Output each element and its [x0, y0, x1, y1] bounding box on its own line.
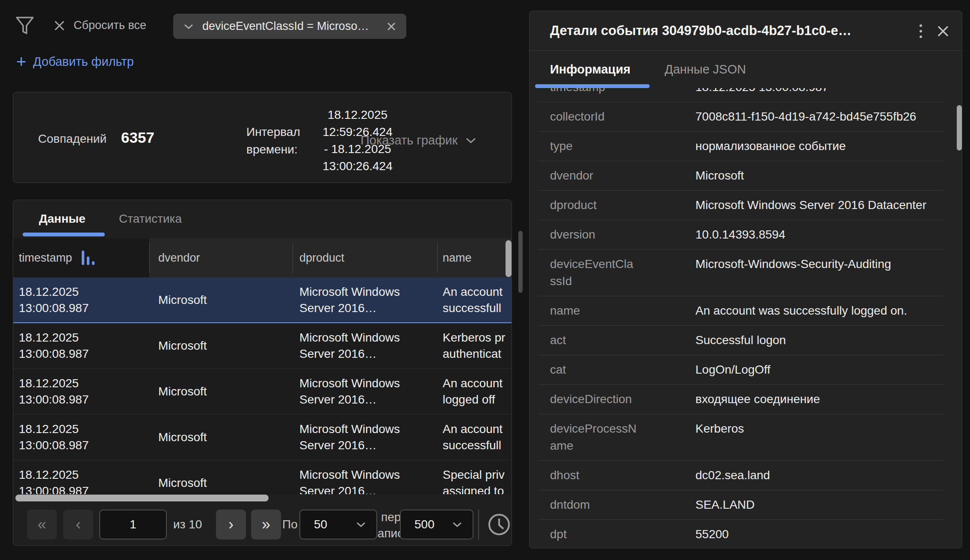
page-count-label: из 10	[173, 518, 202, 531]
column-header-dvendor[interactable]: dvendor	[158, 238, 200, 277]
column-header-name[interactable]: name	[443, 238, 472, 277]
chevron-down-icon	[465, 137, 476, 144]
cell-name: An account successfull	[443, 415, 512, 460]
page-size-select[interactable]: 50	[299, 510, 377, 539]
close-icon	[54, 20, 65, 31]
cell-name: Kerberos pr authenticat	[443, 323, 512, 368]
divider	[478, 510, 479, 539]
cell-dproduct: Microsoft Windows Server 2016…	[299, 369, 437, 414]
details-scrollbar-thumb[interactable]	[957, 105, 962, 150]
cell-dproduct: Microsoft Windows Server 2016…	[299, 460, 437, 494]
cell-name: Special priv assigned to	[443, 460, 512, 494]
details-value: Kerberos	[695, 420, 943, 454]
details-key: dvendor	[550, 167, 638, 184]
interval-label: Интервал времени:	[246, 123, 300, 158]
show-chart-label: Показать график	[361, 133, 458, 147]
details-value: Microsoft	[695, 167, 943, 184]
tab-data[interactable]: Данные	[39, 212, 86, 226]
filter-chip-label: deviceEventClassId = Microso…	[202, 20, 378, 33]
add-filter-button[interactable]: + Добавить фильтр	[16, 53, 134, 70]
column-header-dproduct[interactable]: dproduct	[299, 238, 344, 277]
tab-statistics[interactable]: Статистика	[119, 212, 182, 226]
table-row[interactable]: 18.12.2025 13:00:08.987MicrosoftMicrosof…	[13, 323, 512, 369]
table-row[interactable]: 18.12.2025 13:00:08.987MicrosoftMicrosof…	[13, 415, 512, 460]
details-value: Successful logon	[695, 332, 943, 349]
cell-name: An account successfull	[443, 277, 512, 322]
table-row[interactable]: 18.12.2025 13:00:08.987MicrosoftMicrosof…	[13, 277, 512, 323]
records-limit-select[interactable]: 500	[400, 510, 473, 539]
details-row: deviceDirectionвходящее соединение	[538, 385, 943, 414]
kebab-menu-icon[interactable]	[912, 21, 929, 41]
matches-summary-panel: Совпадений 6357 Интервал времени: 18.12.…	[13, 92, 512, 183]
active-tab-underline	[23, 233, 105, 236]
details-key: dproduct	[550, 197, 638, 214]
details-row: actSuccessful logon	[538, 326, 943, 355]
details-row: collectorId7008c811-f150-4d19-a742-bd45e…	[538, 102, 943, 132]
details-key: dntdom	[550, 496, 638, 513]
filter-funnel-icon[interactable]	[15, 16, 34, 36]
cell-dvendor: Microsoft	[158, 369, 293, 414]
matches-label: Совпадений	[38, 132, 106, 146]
table-horizontal-scrollbar-thumb[interactable]	[15, 495, 269, 501]
filter-chip[interactable]: deviceEventClassId = Microso…	[173, 14, 406, 39]
details-value: входящее соединение	[695, 391, 943, 408]
details-row: deviceProcessNameKerberos	[538, 414, 943, 461]
details-key: dhost	[550, 467, 638, 484]
cell-timestamp: 18.12.2025 13:00:08.987	[19, 460, 147, 494]
left-area-scrollbar-thumb[interactable]	[518, 231, 523, 293]
chevron-down-icon	[452, 522, 462, 528]
details-key: type	[550, 138, 638, 155]
show-chart-toggle[interactable]: Показать график	[361, 133, 476, 147]
details-title: Детали события 304979b0-acdb-4b27-b1c0-e…	[550, 23, 892, 38]
details-key: deviceDirection	[550, 391, 638, 408]
filter-chip-remove-icon[interactable]	[387, 22, 396, 31]
table-body: 18.12.2025 13:00:08.987MicrosoftMicrosof…	[13, 277, 512, 494]
first-page-button[interactable]: «	[27, 510, 57, 539]
column-header-timestamp[interactable]: timestamp	[19, 238, 95, 277]
cell-dproduct: Microsoft Windows Server 2016…	[299, 277, 437, 322]
details-value: 18.12.2025 13:00:08.987	[695, 88, 943, 96]
last-page-button[interactable]: »	[251, 510, 281, 539]
cell-dvendor: Microsoft	[158, 277, 293, 322]
pagination-bar: « ‹ из 10 › » По 50 первых записей: 500	[13, 510, 512, 539]
details-value: 7008c811-f150-4d19-a742-bd45e755fb26	[695, 108, 943, 125]
active-tab-underline	[535, 84, 650, 88]
details-key: act	[550, 332, 638, 349]
time-settings-button[interactable]	[487, 512, 512, 537]
page-size-prefix-label: По	[282, 518, 298, 531]
details-key: collectorId	[550, 108, 638, 125]
details-row: dvendorMicrosoft	[538, 161, 943, 191]
table-row[interactable]: 18.12.2025 13:00:08.987MicrosoftMicrosof…	[13, 369, 512, 415]
cell-dvendor: Microsoft	[158, 460, 293, 494]
add-filter-label: Добавить фильтр	[33, 55, 133, 69]
cell-dvendor: Microsoft	[158, 415, 293, 460]
event-details-panel: Детали события 304979b0-acdb-4b27-b1c0-e…	[529, 11, 962, 548]
details-header: Детали события 304979b0-acdb-4b27-b1c0-e…	[529, 11, 962, 51]
reset-all-label: Сбросить все	[74, 19, 146, 32]
details-value: An account was successfully logged on.	[695, 302, 943, 319]
page-number-input[interactable]	[99, 510, 167, 539]
details-value: dc02.sea.land	[695, 467, 943, 484]
clock-icon	[487, 513, 512, 536]
details-value: LogOn/LogOff	[695, 361, 943, 378]
column-separator	[437, 242, 438, 273]
details-value: 10.0.14393.8594	[695, 226, 943, 243]
previous-page-button[interactable]: ‹	[63, 510, 93, 539]
matches-count: 6357	[121, 129, 154, 146]
details-key: deviceEventClassId	[550, 256, 638, 290]
tab-json-data[interactable]: Данные JSON	[665, 62, 746, 77]
reset-all-filters-button[interactable]: Сбросить все	[54, 19, 146, 32]
next-page-button[interactable]: ›	[216, 510, 246, 539]
tab-information[interactable]: Информация	[550, 62, 630, 77]
table-vertical-scrollbar-thumb[interactable]	[506, 240, 512, 277]
details-value: SEA.LAND	[695, 496, 943, 513]
details-row: timestamp18.12.2025 13:00:08.987	[538, 88, 943, 102]
cell-timestamp: 18.12.2025 13:00:08.987	[19, 369, 147, 414]
cell-dproduct: Microsoft Windows Server 2016…	[299, 323, 437, 368]
details-key: deviceProcessName	[550, 420, 638, 454]
table-row[interactable]: 18.12.2025 13:00:08.987MicrosoftMicrosof…	[13, 460, 512, 494]
details-row: catLogOn/LogOff	[538, 355, 943, 385]
plus-icon: +	[16, 53, 26, 70]
details-close-icon[interactable]	[935, 23, 951, 39]
details-row: deviceEventClassIdMicrosoft-Windows-Secu…	[538, 250, 943, 296]
